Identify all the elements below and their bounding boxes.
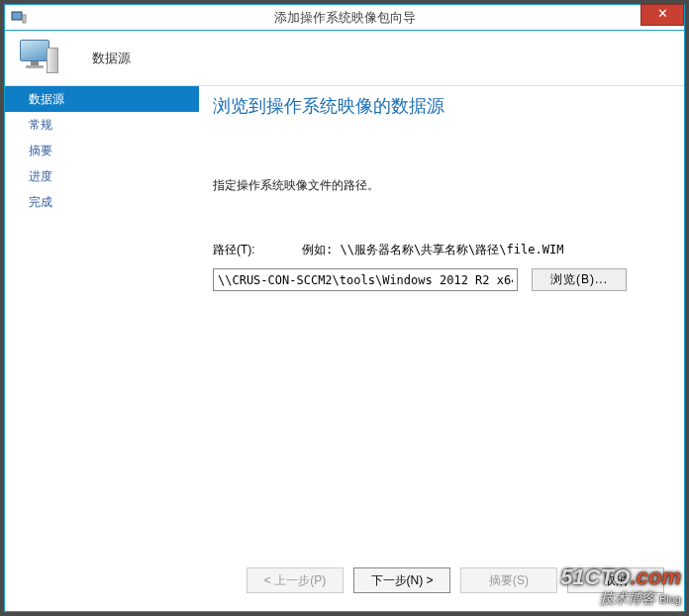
main-panel: 浏览到操作系统映像的数据源 指定操作系统映像文件的路径。 路径(T): 例如: … [199,86,684,611]
path-input[interactable] [213,268,518,291]
app-icon [11,10,27,26]
wizard-window: 添加操作系统映像包向导 ✕ 数据源 数据源 常规 摘要 进度 完成 浏览到操作系… [4,4,685,612]
nav-data-source[interactable]: 数据源 [5,86,199,112]
nav-summary[interactable]: 摘要 [5,138,199,163]
content-area: 数据源 常规 摘要 进度 完成 浏览到操作系统映像的数据源 指定操作系统映像文件… [5,86,684,611]
computer-icon [17,38,58,79]
page-heading: 浏览到操作系统映像的数据源 [213,94,664,118]
svg-rect-1 [23,15,26,23]
wizard-header: 数据源 [5,31,684,86]
path-label: 路径(T): [213,242,302,258]
title-bar: 添加操作系统映像包向导 ✕ [5,5,684,31]
close-button[interactable]: ✕ [640,4,684,26]
next-button[interactable]: 下一步(N) > [353,567,450,593]
path-example: 例如: \\服务器名称\共享名称\路径\file.WIM [302,242,563,258]
path-label-row: 路径(T): 例如: \\服务器名称\共享名称\路径\file.WIM [213,242,664,258]
summary-button: 摘要(S) [460,567,557,593]
nav-progress[interactable]: 进度 [5,163,199,189]
wizard-button-bar: < 上一步(P) 下一步(N) > 摘要(S) 取消 [213,567,664,593]
wizard-sidebar: 数据源 常规 摘要 进度 完成 [5,86,199,611]
window-title: 添加操作系统映像包向导 [274,9,416,27]
prev-button: < 上一步(P) [246,567,344,593]
browse-button[interactable]: 浏览(B)... [532,268,627,291]
nav-complete[interactable]: 完成 [5,189,199,215]
nav-general[interactable]: 常规 [5,112,199,138]
cancel-button[interactable]: 取消 [567,567,664,593]
path-input-row: 浏览(B)... [213,268,664,291]
svg-rect-0 [12,12,22,20]
header-step-label: 数据源 [92,50,131,67]
page-description: 指定操作系统映像文件的路径。 [213,177,664,194]
